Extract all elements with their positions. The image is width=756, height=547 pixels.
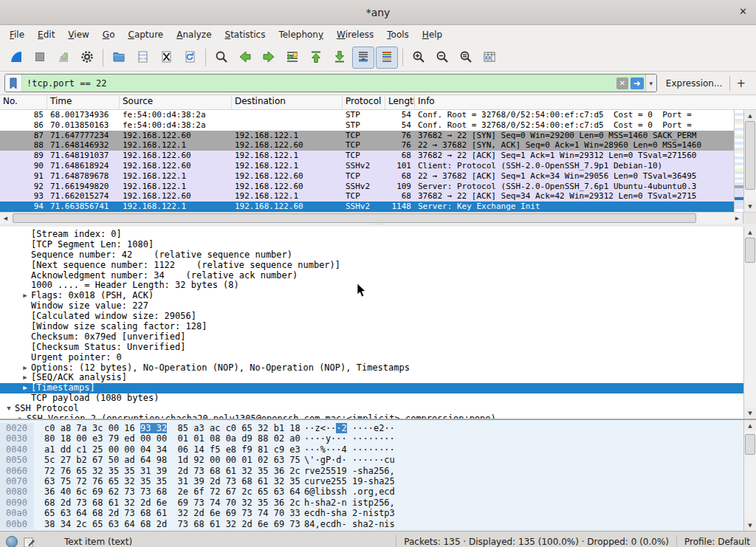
detail-item[interactable]: ▶SSH Version 2 (encryption:chacha20-poly…	[0, 414, 743, 419]
zoom-in-button[interactable]	[408, 47, 430, 69]
titlebar[interactable]: *any ✕	[0, 0, 756, 25]
go-forward-button[interactable]	[258, 47, 280, 69]
scroll-down-icon[interactable]: ▼	[744, 407, 756, 419]
status-profile[interactable]: Profile: Default	[684, 537, 750, 547]
detail-item[interactable]: [Window size scaling factor: 128]	[0, 322, 743, 332]
expert-info-icon[interactable]	[6, 536, 18, 547]
hscrollbar-thumb[interactable]	[13, 213, 696, 223]
zoom-out-button[interactable]	[431, 47, 453, 69]
expand-icon[interactable]: ▶	[15, 414, 27, 419]
scrollbar-thumb[interactable]	[745, 238, 755, 263]
auto-scroll-button[interactable]	[352, 47, 374, 69]
scroll-right-icon[interactable]: ▶	[732, 213, 743, 224]
column-header-len[interactable]: Length	[385, 95, 415, 109]
packet-row[interactable]: 8670.013850163fe:54:00:d4:38:2aSTP54Conf…	[0, 120, 734, 131]
expression-button[interactable]: Expression...	[666, 78, 723, 89]
packet-row[interactable]: 8871.648146932192.168.122.1192.168.122.6…	[0, 140, 734, 151]
menu-telephony[interactable]: Telephony	[272, 27, 330, 42]
detail-item[interactable]: [TCP Segment Len: 1080]	[0, 240, 743, 250]
colorize-button[interactable]	[376, 47, 398, 69]
collapse-icon[interactable]: ▼	[3, 404, 15, 414]
packet-row[interactable]: 9071.648618924192.168.122.60192.168.122.…	[0, 161, 734, 171]
filter-text[interactable]: !tcp.port == 22	[22, 78, 616, 89]
stop-capture-button[interactable]	[29, 47, 51, 69]
detail-item[interactable]: Urgent pointer: 0	[0, 353, 743, 363]
detail-item[interactable]: Sequence number: 42 (relative sequence n…	[0, 250, 743, 261]
expand-icon[interactable]: ▶	[19, 383, 31, 393]
hex-row[interactable]: 007063 75 72 76 65 32 35 35 31 39 2d 73 …	[0, 476, 743, 486]
details-scrollbar[interactable]: ▲ ▼	[743, 227, 756, 419]
detail-item[interactable]: Checksum: 0x79ed [unverified]	[0, 332, 743, 343]
hex-row[interactable]: 003080 18 00 e3 79 ed 00 00 01 01 08 0a …	[0, 433, 743, 444]
menu-capture[interactable]: Capture	[121, 27, 170, 42]
detail-item[interactable]: ▶Options: (12 bytes), No-Operation (NOP)…	[0, 363, 743, 374]
hex-row[interactable]: 00b038 34 2c 65 63 64 68 2d 73 68 61 32 …	[0, 519, 743, 529]
expand-icon[interactable]: ▶	[19, 373, 31, 383]
detail-item[interactable]: [Stream index: 0]	[0, 230, 743, 240]
hex-row[interactable]: 0020c0 a8 7a 3c 00 16 93 32 85 a3 ac c0 …	[0, 423, 743, 433]
go-back-button[interactable]	[234, 47, 256, 69]
menu-tools[interactable]: Tools	[380, 27, 416, 42]
packet-list-scrollbar[interactable]: ▲ ▼	[743, 110, 756, 212]
detail-item[interactable]: [Calculated window size: 29056]	[0, 312, 743, 322]
column-header-time[interactable]: Time	[47, 95, 120, 109]
bytes-scrollbar[interactable]: ▲ ▼	[743, 420, 756, 531]
column-header-src[interactable]: Source	[120, 95, 232, 109]
column-header-proto[interactable]: Protocol	[343, 95, 385, 109]
detail-item[interactable]: TCP payload (1080 bytes)	[0, 393, 743, 404]
scroll-up-icon[interactable]: ▲	[744, 420, 756, 431]
detail-item[interactable]: ▶[SEQ/ACK analysis]	[0, 373, 743, 383]
column-header-no[interactable]: No.	[0, 95, 47, 109]
hex-row[interactable]: 0040a1 dd c1 25 00 00 04 34 06 14 f5 e8 …	[0, 444, 743, 455]
menu-file[interactable]: File	[3, 27, 31, 42]
packet-row[interactable]: 8568.001734936fe:54:00:d4:38:2aSTP54Conf…	[0, 110, 734, 120]
go-last-button[interactable]	[329, 47, 351, 69]
scroll-up-icon[interactable]: ▲	[744, 110, 756, 121]
find-packet-button[interactable]	[210, 47, 233, 69]
close-button[interactable]: ✕	[739, 6, 747, 17]
start-capture-button[interactable]	[5, 47, 27, 69]
detail-item[interactable]: ▶Flags: 0x018 (PSH, ACK)	[0, 291, 743, 301]
resize-columns-button[interactable]	[478, 47, 501, 69]
zoom-original-button[interactable]	[455, 47, 477, 69]
hex-row[interactable]: 008036 40 6c 69 62 73 73 68 2e 6f 72 67 …	[0, 486, 743, 497]
menu-go[interactable]: Go	[96, 27, 122, 42]
hex-row[interactable]: 00505c 27 b2 67 50 ad 64 98 1d 92 00 00 …	[0, 455, 743, 465]
go-first-button[interactable]	[305, 47, 327, 69]
packet-row[interactable]: 8771.647777234192.168.122.60192.168.122.…	[0, 131, 734, 141]
packet-row[interactable]: 8971.648191037192.168.122.60192.168.122.…	[0, 151, 734, 161]
menu-view[interactable]: View	[61, 27, 95, 42]
add-filter-button[interactable]: +	[736, 77, 746, 90]
detail-item[interactable]: 1000 .... = Header Length: 32 bytes (8)	[0, 281, 743, 291]
reload-file-button[interactable]	[179, 47, 201, 69]
expand-icon[interactable]: ▶	[19, 291, 31, 301]
scroll-down-icon[interactable]: ▼	[744, 201, 756, 212]
close-file-button[interactable]	[155, 47, 177, 69]
scroll-up-icon[interactable]: ▲	[744, 227, 756, 238]
expand-icon[interactable]: ▶	[19, 363, 31, 374]
display-filter-input[interactable]: !tcp.port == 22 ✕ ➜ ▾	[4, 74, 657, 92]
open-file-button[interactable]	[108, 47, 130, 69]
clear-filter-button[interactable]: ✕	[616, 78, 628, 89]
restart-capture-button[interactable]	[52, 47, 75, 69]
go-to-packet-button[interactable]	[281, 47, 303, 69]
capture-options-button[interactable]	[76, 47, 98, 69]
menu-analyze[interactable]: Analyze	[170, 27, 218, 42]
packet-row[interactable]: 9171.648789678192.168.122.1192.168.122.6…	[0, 171, 734, 182]
detail-item[interactable]: Acknowledgment number: 34 (relative ack …	[0, 271, 743, 281]
packet-list-hscrollbar[interactable]: ◀ ▶	[0, 212, 756, 224]
detail-item[interactable]: Window size value: 227	[0, 301, 743, 312]
apply-filter-button[interactable]: ➜	[630, 78, 644, 89]
capture-comment-icon[interactable]	[24, 537, 35, 547]
detail-item[interactable]: ▶[Timestamps]	[0, 383, 743, 393]
save-file-button[interactable]: 01010110	[131, 47, 154, 69]
hex-row[interactable]: 009068 2d 73 68 61 32 2d 6e 69 73 74 70 …	[0, 498, 743, 508]
scroll-left-icon[interactable]: ◀	[0, 213, 11, 224]
menu-wireless[interactable]: Wireless	[330, 27, 380, 42]
filter-history-dropdown[interactable]: ▾	[645, 75, 656, 92]
column-header-info[interactable]: Info	[415, 95, 756, 109]
scrollbar-thumb[interactable]	[745, 434, 755, 455]
scroll-down-icon[interactable]: ▼	[744, 520, 756, 531]
filter-bookmark-icon[interactable]	[5, 75, 22, 92]
packet-row[interactable]: 9471.663856741192.168.122.1192.168.122.6…	[0, 202, 734, 212]
